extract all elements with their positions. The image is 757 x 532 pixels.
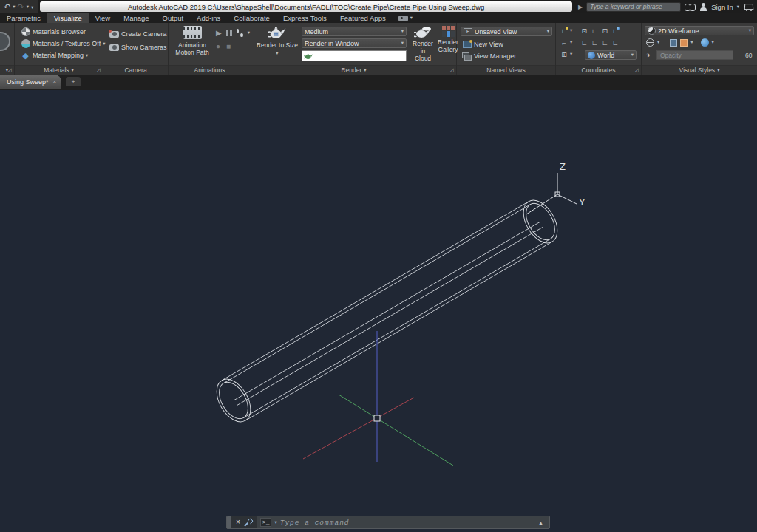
model-viewport[interactable]: Z Y × >_ ▾ ▲ xyxy=(0,90,757,532)
face-effects-icon[interactable] xyxy=(680,39,688,47)
command-line-bar[interactable]: × >_ ▾ ▲ xyxy=(226,516,550,529)
ucs-world-icon[interactable]: ∟ xyxy=(611,27,619,35)
command-history-up-icon[interactable]: ▲ xyxy=(538,520,546,525)
cutoff-launcher-icon[interactable]: ◿ xyxy=(7,67,13,73)
tab-view[interactable]: View xyxy=(89,13,117,23)
render-panel-footer[interactable]: Render▾ ◿ xyxy=(251,65,456,75)
sun-status-icon[interactable] xyxy=(0,32,10,51)
render-destination-dropdown[interactable]: Render in Window▾ xyxy=(302,38,407,48)
tab-addins[interactable]: Add-ins xyxy=(190,13,227,23)
face-caret[interactable]: ▾ xyxy=(690,40,693,45)
play-animation-icon[interactable]: ▶ xyxy=(216,29,222,37)
ucs-previous-icon[interactable]: ∟ xyxy=(590,27,599,35)
ucs-settings-caret[interactable]: ▾ xyxy=(570,52,572,57)
user-icon xyxy=(699,3,707,11)
world-globe-icon xyxy=(588,52,595,59)
opacity-icon[interactable]: ◑ xyxy=(645,50,651,59)
tab-collaborate[interactable]: Collaborate xyxy=(227,13,276,23)
sign-in-caret[interactable]: ▾ xyxy=(737,4,739,10)
store-cart-icon[interactable] xyxy=(743,3,753,11)
ucs-origin-icon[interactable]: ⌐ xyxy=(560,38,568,47)
pipe-wireframe[interactable] xyxy=(210,194,565,428)
render-output-filename-field[interactable] xyxy=(302,50,407,61)
new-drawing-tab-button[interactable]: + xyxy=(66,77,81,86)
undo-button[interactable]: ↶ xyxy=(4,3,10,11)
command-close-icon[interactable]: × xyxy=(236,519,240,526)
named-view-dropdown[interactable]: F Unsaved View▾ xyxy=(461,27,552,36)
sphere-caret[interactable]: ▾ xyxy=(657,40,659,45)
stop-animation-icon[interactable]: ■ xyxy=(226,42,231,50)
render-in-cloud-button[interactable]: Render in Cloud xyxy=(411,25,435,62)
animation-motion-path-button[interactable]: Animation Motion Path xyxy=(173,26,211,57)
materials-browser-icon xyxy=(21,27,30,36)
qat-customize-button[interactable]: ▾ xyxy=(31,4,33,10)
tab-visualize[interactable]: Visualize xyxy=(47,13,89,23)
materials-launcher-icon[interactable]: ◿ xyxy=(95,67,101,73)
ucs-caret[interactable]: ▾ xyxy=(570,28,572,33)
environment-sphere-icon[interactable] xyxy=(701,38,709,47)
environment-caret[interactable]: ▾ xyxy=(712,40,714,45)
tab-parametric[interactable]: Parametric xyxy=(0,13,47,23)
edge-effects-icon[interactable] xyxy=(670,39,677,47)
viewport-canvas[interactable]: Z Y xyxy=(0,90,757,532)
visual-styles-panel-footer[interactable]: Visual Styles▾ xyxy=(642,65,757,75)
visual-style-sphere-icon[interactable] xyxy=(646,38,654,47)
view-manager-button[interactable]: View Manager xyxy=(462,52,516,61)
file-tab-close-icon[interactable]: × xyxy=(53,78,57,85)
visual-style-dropdown[interactable]: 2D Wireframe▾ xyxy=(645,26,754,35)
walk-animation-icon[interactable] xyxy=(237,29,243,37)
render-quality-dropdown[interactable]: Medium▾ xyxy=(302,27,407,36)
ucs-origin-caret[interactable]: ▾ xyxy=(570,40,572,45)
ucs-icon[interactable]: ∟ xyxy=(560,27,568,35)
materials-browser-button[interactable]: Materials Browser xyxy=(21,27,86,36)
coordinates-row2: ⌐▾ ∟ ∟ ∟ ∟ xyxy=(560,38,619,47)
render-launcher-icon[interactable]: ◿ xyxy=(449,67,455,73)
materials-textures-button[interactable]: Materials / Textures Off▾ xyxy=(21,39,105,48)
show-cameras-button[interactable]: Show Cameras xyxy=(109,43,167,52)
panel-cutoff: ▾ ◿ xyxy=(0,23,15,75)
tab-featured-apps[interactable]: Featured Apps xyxy=(333,13,393,23)
ucs-3point-icon[interactable]: ∟ xyxy=(590,38,599,47)
undo-dropdown-caret[interactable]: ▾ xyxy=(13,4,15,10)
material-mapping-button[interactable]: ◆ Material Mapping▾ xyxy=(21,51,88,60)
redo-dropdown-caret[interactable]: ▾ xyxy=(27,4,29,10)
ucs-icon-settings[interactable]: ⊞ xyxy=(560,50,568,58)
panel-materials: Materials Browser Materials / Textures O… xyxy=(15,23,103,75)
record-animation-icon[interactable]: ● xyxy=(216,42,220,50)
render-to-size-button[interactable]: Render to Size ▾ xyxy=(256,25,299,55)
create-camera-button[interactable]: Create Camera xyxy=(109,30,167,38)
render-to-size-caret[interactable]: ▾ xyxy=(276,51,278,56)
pause-animation-icon[interactable] xyxy=(226,30,232,36)
search-binoculars-icon[interactable] xyxy=(685,3,696,10)
tab-express-tools[interactable]: Express Tools xyxy=(276,13,333,23)
walk-caret[interactable]: ▾ xyxy=(248,30,250,35)
app-search-input[interactable] xyxy=(586,2,681,12)
ucs-x-rotate-icon[interactable]: ∟ xyxy=(600,38,609,47)
title-expand-arrow-icon[interactable]: ▶ xyxy=(578,4,583,10)
ucs-zaxis-icon[interactable]: ∟ xyxy=(580,38,588,47)
file-tab-using-sweep[interactable]: Using Sweep* × xyxy=(0,75,61,89)
new-view-button[interactable]: New View xyxy=(462,40,503,49)
ucs-named-icon[interactable]: ⊡ xyxy=(580,27,588,35)
recent-commands-caret[interactable]: ▾ xyxy=(274,520,276,525)
ucs-y-rotate-icon[interactable]: ∟ xyxy=(611,38,619,47)
command-input[interactable] xyxy=(280,519,535,527)
sign-in-button[interactable]: Sign In xyxy=(711,3,733,11)
ucs-object-icon[interactable]: ⊡ xyxy=(600,27,609,35)
cloud-teapot-icon xyxy=(414,25,432,39)
opacity-slider[interactable]: Opacity xyxy=(656,50,733,60)
ucs-world-dropdown[interactable]: World▾ xyxy=(585,50,637,60)
film-strip-icon xyxy=(183,26,202,39)
command-input-area[interactable]: >_ ▾ ▲ xyxy=(257,516,549,528)
animation-transport-row1: ▶ ▾ xyxy=(216,29,250,37)
connect-media-button[interactable]: ▾ xyxy=(393,13,418,23)
command-customize-wrench-icon[interactable] xyxy=(244,519,252,527)
media-icon xyxy=(398,16,408,21)
redo-button[interactable]: ↷ xyxy=(17,3,24,11)
tab-output[interactable]: Output xyxy=(156,13,191,23)
pickbox xyxy=(374,415,380,421)
tab-manage[interactable]: Manage xyxy=(117,13,155,23)
materials-panel-footer[interactable]: Materials▾ ◿ xyxy=(15,65,103,75)
coordinates-launcher-icon[interactable]: ◿ xyxy=(634,67,639,73)
command-bar-controls: × xyxy=(231,516,257,528)
